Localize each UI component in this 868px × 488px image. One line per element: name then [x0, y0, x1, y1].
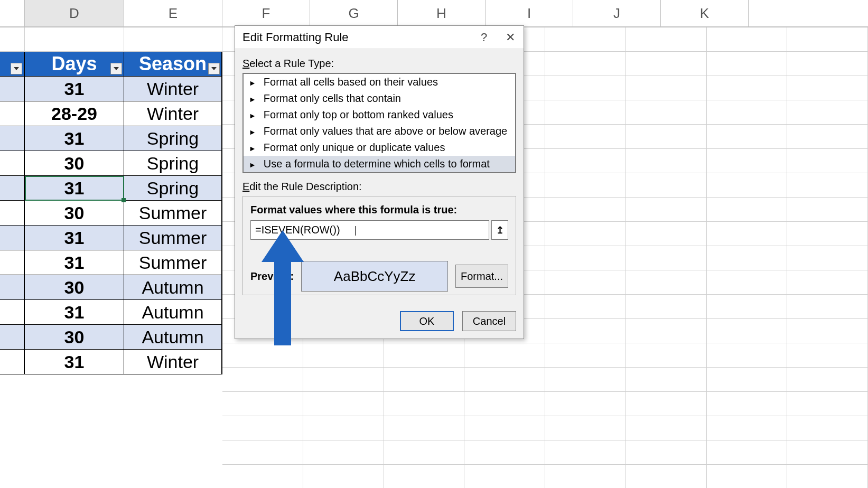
empty-cell[interactable] [384, 440, 465, 465]
row-lead-cell[interactable] [0, 176, 25, 201]
cell-days[interactable]: 31 [25, 226, 124, 250]
empty-cell[interactable] [707, 222, 788, 246]
empty-cell[interactable] [626, 198, 707, 222]
rule-type-item[interactable]: Format only cells that contain [244, 90, 515, 107]
table-header-days[interactable]: Days [25, 52, 124, 77]
cell-days[interactable]: 31 [25, 300, 124, 325]
empty-cell[interactable] [787, 76, 868, 100]
empty-cell[interactable] [384, 465, 465, 488]
empty-cell[interactable] [222, 392, 303, 416]
cell-days[interactable]: 31 [25, 250, 124, 275]
empty-cell[interactable] [545, 125, 626, 149]
empty-cell[interactable] [545, 246, 626, 270]
filter-button-icon[interactable] [208, 63, 220, 74]
empty-cell[interactable] [545, 27, 626, 52]
empty-cell[interactable] [626, 295, 707, 319]
empty-cell[interactable] [707, 52, 788, 76]
empty-cell[interactable] [464, 440, 545, 465]
rule-type-item[interactable]: Format all cells based on their values [244, 74, 515, 90]
empty-cell[interactable] [464, 392, 545, 416]
empty-cell[interactable] [464, 416, 545, 440]
close-button[interactable]: ✕ [497, 26, 524, 49]
col-header-H[interactable]: H [398, 0, 486, 26]
cell-season[interactable]: Spring [124, 176, 222, 201]
cell-days[interactable]: 31 [25, 77, 124, 101]
empty-cell[interactable] [787, 52, 868, 76]
empty-cell[interactable] [303, 440, 384, 465]
empty-cell[interactable] [707, 149, 788, 173]
empty-cell[interactable] [545, 270, 626, 295]
empty-cell[interactable] [707, 343, 788, 368]
empty-cell[interactable] [545, 343, 626, 368]
empty-cell[interactable] [787, 100, 868, 125]
col-header-G[interactable]: G [310, 0, 398, 26]
empty-cell[interactable] [626, 368, 707, 392]
cancel-button[interactable]: Cancel [462, 311, 516, 331]
empty-cell[interactable] [626, 149, 707, 173]
empty-cell[interactable] [707, 440, 788, 465]
empty-cell[interactable] [303, 368, 384, 392]
empty-cell[interactable] [464, 368, 545, 392]
row-lead-cell[interactable] [0, 226, 25, 250]
empty-cell[interactable] [303, 465, 384, 488]
empty-cell[interactable] [707, 368, 788, 392]
table-header-filter-c0[interactable] [0, 52, 25, 77]
empty-cell[interactable] [222, 465, 303, 488]
empty-cell[interactable] [787, 173, 868, 198]
row-lead-cell[interactable] [0, 151, 25, 176]
cell-days[interactable]: 28-29 [25, 101, 124, 126]
empty-cell[interactable] [384, 392, 465, 416]
empty-cell[interactable] [626, 343, 707, 368]
col-header-I[interactable]: I [486, 0, 573, 26]
empty-cell[interactable] [384, 343, 465, 368]
empty-cell[interactable] [222, 416, 303, 440]
empty-cell[interactable] [384, 368, 465, 392]
empty-cell[interactable] [787, 295, 868, 319]
empty-cell[interactable] [545, 416, 626, 440]
row-lead-cell[interactable] [0, 250, 25, 275]
cell-season[interactable]: Summer [124, 201, 222, 226]
cell-days[interactable]: 31 [25, 176, 124, 201]
cell-season[interactable]: Spring [124, 126, 222, 151]
empty-cell[interactable] [303, 416, 384, 440]
empty-cell[interactable] [626, 270, 707, 295]
empty-cell[interactable] [626, 52, 707, 76]
empty-cell[interactable] [787, 27, 868, 52]
rule-type-item[interactable]: Format only top or bottom ranked values [244, 107, 515, 123]
filter-button-icon[interactable] [110, 63, 122, 74]
col-header-E[interactable]: E [124, 0, 222, 26]
empty-cell[interactable] [626, 392, 707, 416]
empty-cell[interactable] [626, 319, 707, 343]
empty-cell[interactable] [787, 198, 868, 222]
col-header-D[interactable]: D [25, 0, 124, 26]
empty-cell[interactable] [384, 416, 465, 440]
empty-cell[interactable] [626, 416, 707, 440]
empty-cell[interactable] [626, 27, 707, 52]
empty-cell[interactable] [626, 173, 707, 198]
empty-cell[interactable] [787, 319, 868, 343]
cell-season[interactable]: Summer [124, 226, 222, 250]
empty-cell[interactable] [707, 76, 788, 100]
empty-cell[interactable] [545, 173, 626, 198]
cell-days[interactable]: 30 [25, 325, 124, 350]
empty-cell[interactable] [707, 319, 788, 343]
cell-days[interactable]: 30 [25, 201, 124, 226]
cell-season[interactable]: Autumn [124, 275, 222, 300]
empty-cell[interactable] [787, 343, 868, 368]
empty-cell[interactable] [707, 27, 788, 52]
empty-cell[interactable] [545, 198, 626, 222]
rule-type-item[interactable]: Use a formula to determine which cells t… [244, 156, 515, 172]
rule-type-item[interactable]: Format only unique or duplicate values [244, 139, 515, 156]
empty-cell[interactable] [545, 149, 626, 173]
cell-season[interactable]: Winter [124, 77, 222, 101]
empty-cell[interactable] [787, 465, 868, 488]
cell-days[interactable]: 30 [25, 275, 124, 300]
cell-days[interactable]: 30 [25, 151, 124, 176]
empty-cell[interactable] [787, 246, 868, 270]
empty-cell[interactable] [787, 440, 868, 465]
empty-cell[interactable] [464, 465, 545, 488]
empty-cell[interactable] [222, 440, 303, 465]
empty-cell[interactable] [545, 368, 626, 392]
empty-cell[interactable] [545, 76, 626, 100]
empty-cell[interactable] [545, 295, 626, 319]
